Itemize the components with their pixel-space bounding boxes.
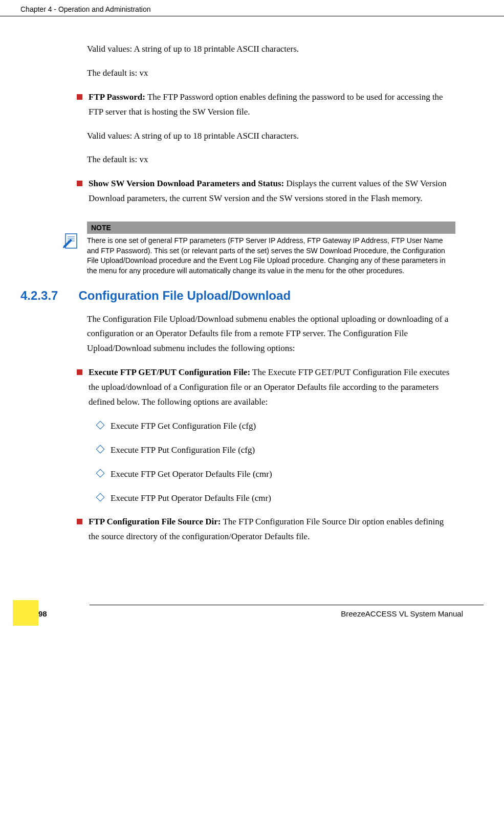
bullet-show-sw: Show SW Version Download Parameters and … bbox=[77, 177, 455, 206]
note-body: There is one set of general FTP paramete… bbox=[87, 234, 455, 278]
sub-item-2: Execute FTP Put Configuration File (cfg) bbox=[97, 443, 455, 458]
section-heading: 4.2.3.7 Configuration File Upload/Downlo… bbox=[20, 289, 455, 303]
page-number: 98 bbox=[38, 609, 47, 618]
page-header: Chapter 4 - Operation and Administration bbox=[0, 0, 504, 16]
section-number: 4.2.3.7 bbox=[20, 289, 58, 303]
bullet-text: Show SW Version Download Parameters and … bbox=[89, 177, 455, 206]
note-header: NOTE bbox=[87, 222, 455, 234]
bullet-execute-ftp: Execute FTP GET/PUT Configuration File: … bbox=[77, 365, 455, 410]
diamond-icon bbox=[96, 493, 105, 501]
bullet-text: FTP Configuration File Source Dir: The F… bbox=[89, 515, 455, 544]
main-content: Valid values: A string of up to 18 print… bbox=[0, 16, 504, 564]
bullet-square-icon bbox=[77, 181, 82, 186]
section-title: Configuration File Upload/Download bbox=[78, 289, 291, 303]
sub-item-1: Execute FTP Get Configuration File (cfg) bbox=[97, 419, 455, 434]
bullet-square-icon bbox=[77, 94, 82, 100]
sub-item-3: Execute FTP Get Operator Defaults File (… bbox=[97, 467, 455, 482]
default-text: The default is: vx bbox=[87, 66, 455, 81]
sub-text: Execute FTP Get Operator Defaults File (… bbox=[111, 467, 272, 482]
bullet-ftp-password: FTP Password: The FTP Password option en… bbox=[77, 90, 455, 120]
show-sw-label: Show SW Version Download Parameters and … bbox=[89, 179, 284, 188]
bullet-text: Execute FTP GET/PUT Configuration File: … bbox=[89, 365, 455, 410]
valid-values-text-2: Valid values: A string of up to 18 print… bbox=[87, 129, 455, 144]
bullet-text: FTP Password: The FTP Password option en… bbox=[89, 90, 455, 120]
note-content: NOTE There is one set of general FTP par… bbox=[87, 222, 455, 278]
ftp-password-label: FTP Password: bbox=[89, 92, 145, 102]
valid-values-text: Valid values: A string of up to 18 print… bbox=[87, 42, 455, 57]
chapter-title: Chapter 4 - Operation and Administration bbox=[20, 5, 150, 13]
diamond-icon bbox=[96, 469, 105, 477]
page-footer: BreezeACCESS VL System Manual 98 bbox=[0, 605, 504, 633]
diamond-icon bbox=[96, 445, 105, 453]
sub-item-4: Execute FTP Put Operator Defaults File (… bbox=[97, 491, 455, 506]
bullet-square-icon bbox=[77, 519, 82, 524]
diamond-icon bbox=[96, 421, 105, 429]
note-box: NOTE There is one set of general FTP par… bbox=[61, 222, 455, 278]
section-intro: The Configuration File Upload/Download s… bbox=[87, 312, 455, 357]
manual-title: BreezeACCESS VL System Manual bbox=[20, 609, 484, 618]
bullet-square-icon bbox=[77, 369, 82, 375]
yellow-accent bbox=[13, 600, 38, 626]
bullet-ftp-source: FTP Configuration File Source Dir: The F… bbox=[77, 515, 455, 544]
footer-divider bbox=[90, 605, 484, 605]
note-icon bbox=[61, 231, 82, 251]
sub-text: Execute FTP Put Configuration File (cfg) bbox=[111, 443, 255, 458]
default-text-2: The default is: vx bbox=[87, 152, 455, 167]
execute-ftp-label: Execute FTP GET/PUT Configuration File: bbox=[89, 367, 250, 377]
sub-text: Execute FTP Get Configuration File (cfg) bbox=[111, 419, 256, 434]
ftp-source-label: FTP Configuration File Source Dir: bbox=[89, 517, 221, 526]
sub-text: Execute FTP Put Operator Defaults File (… bbox=[111, 491, 271, 506]
